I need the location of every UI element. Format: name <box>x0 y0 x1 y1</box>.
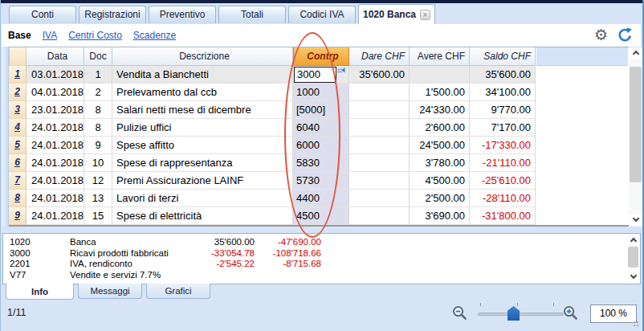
bottom-tab-grafici[interactable]: Grafici <box>146 284 210 299</box>
row-number[interactable]: 4 <box>9 119 26 137</box>
active-cell-editor[interactable]: 3000 <box>294 67 336 83</box>
header-dare-chf[interactable]: Dare CHF <box>349 47 410 66</box>
cell-contrp[interactable]: 6000 <box>293 137 349 154</box>
cell-doc[interactable]: 2 <box>84 84 112 101</box>
resize-grip[interactable] <box>631 319 638 326</box>
view-link-iva[interactable]: IVA <box>43 30 57 41</box>
header-data[interactable]: Data <box>26 47 84 66</box>
table-row[interactable]: 924.01.201815Spese di elettricità45003'6… <box>9 207 536 225</box>
cell-avere[interactable]: 2'600.00 <box>410 119 470 137</box>
cell-dare[interactable] <box>349 119 410 137</box>
header-avere-chf[interactable]: Avere CHF <box>410 47 470 66</box>
cell-contrp[interactable]: 4400 <box>293 190 349 207</box>
header-contrp[interactable]: Contrp <box>293 47 349 66</box>
cell-descrizione[interactable]: Prelevamento dal ccb <box>112 84 293 101</box>
cell-contrp[interactable]: 6040 <box>293 119 349 137</box>
table-row[interactable]: 824.01.201813Lavori di terzi44002'500.00… <box>9 190 536 207</box>
cell-avere[interactable]: 24'330.00 <box>410 101 470 119</box>
cell-data[interactable]: 24.01.2018 <box>26 119 84 137</box>
cell-data[interactable]: 04.01.2018 <box>26 84 84 101</box>
table-row[interactable]: 204.01.20182Prelevamento dal ccb10001'50… <box>9 84 536 101</box>
cell-avere[interactable] <box>410 66 470 84</box>
tab-preventivo[interactable]: Preventivo <box>149 6 216 23</box>
tab-registrazioni[interactable]: Registrazioni <box>79 6 146 23</box>
cell-doc[interactable]: 10 <box>84 154 112 172</box>
cell-dare[interactable] <box>349 207 410 225</box>
table-vertical-scrollbar[interactable] <box>629 47 642 227</box>
row-number[interactable]: 2 <box>9 84 26 101</box>
cell-avere[interactable]: 3'690.00 <box>410 207 470 225</box>
view-link-scadenze[interactable]: Scadenze <box>133 30 176 41</box>
gear-icon[interactable]: ⚙ <box>594 27 608 43</box>
cell-doc[interactable]: 13 <box>84 190 112 207</box>
cell-saldo[interactable]: -28'110.00 <box>470 190 536 207</box>
zoom-slider-handle[interactable] <box>507 306 520 321</box>
table-row[interactable]: 724.01.201812Premi Assicurazione LAINF57… <box>9 172 536 190</box>
tab-totali[interactable]: Totali <box>218 6 286 23</box>
cell-dare[interactable] <box>349 190 410 207</box>
cell-saldo[interactable]: -31'800.00 <box>470 207 536 225</box>
cell-avere[interactable]: 2'500.00 <box>410 190 470 207</box>
scroll-down-icon[interactable] <box>627 271 639 283</box>
cell-saldo[interactable]: 9'770.00 <box>470 101 536 119</box>
cell-dare[interactable] <box>349 84 410 101</box>
cell-contrp[interactable]: 3000 <box>293 66 349 84</box>
cell-contrp[interactable]: 4500 <box>293 207 349 225</box>
zoom-in-icon[interactable] <box>562 304 579 321</box>
cell-descrizione[interactable]: Spese di elettricità <box>112 207 293 225</box>
header-doc[interactable]: Doc <box>84 47 112 66</box>
scrollbar-thumb[interactable] <box>630 67 642 182</box>
cell-saldo[interactable]: -17'330.00 <box>470 137 536 154</box>
cell-doc[interactable]: 8 <box>84 119 112 137</box>
table-row[interactable]: 103.01.20181Vendita a Bianchetti300035'6… <box>9 66 536 84</box>
row-number[interactable]: 8 <box>9 190 26 207</box>
cell-dare[interactable] <box>349 137 410 154</box>
row-number[interactable]: 7 <box>9 172 26 190</box>
cell-data[interactable]: 23.01.2018 <box>26 101 84 119</box>
cell-saldo[interactable]: -21'110.00 <box>470 154 536 172</box>
cell-descrizione[interactable]: Salari netti mese di dicembre <box>112 101 293 119</box>
cell-data[interactable]: 24.01.2018 <box>26 190 84 207</box>
tab-conti[interactable]: Conti <box>9 6 76 23</box>
scroll-up-icon[interactable] <box>627 235 639 247</box>
cell-saldo[interactable]: -25'610.00 <box>470 172 536 190</box>
cell-doc[interactable]: 15 <box>84 207 112 225</box>
cell-doc[interactable]: 9 <box>84 137 112 154</box>
cell-descrizione[interactable]: Spese affitto <box>112 137 293 154</box>
cell-descrizione[interactable]: Spese di rappresentanza <box>112 154 293 172</box>
header-row-number[interactable] <box>9 47 26 66</box>
scrollbar-thumb[interactable] <box>628 247 638 268</box>
cell-descrizione[interactable]: Vendita a Bianchetti <box>112 66 293 84</box>
header-saldo-chf[interactable]: Saldo CHF <box>470 47 536 66</box>
view-link-centri-costo[interactable]: Centri Costo <box>68 30 122 41</box>
cell-doc[interactable]: 8 <box>84 101 112 119</box>
cell-avere[interactable]: 24'500.00 <box>410 137 470 154</box>
cell-saldo[interactable]: 35'600.00 <box>470 66 536 84</box>
cell-contrp[interactable]: 5730 <box>293 172 349 190</box>
cell-data[interactable]: 24.01.2018 <box>26 207 84 225</box>
extract-rows-icon[interactable] <box>336 67 346 76</box>
row-number[interactable]: 6 <box>9 154 26 172</box>
cell-doc[interactable]: 1 <box>84 66 112 84</box>
cell-contrp[interactable]: 5830 <box>293 154 349 172</box>
row-number[interactable]: 5 <box>9 137 26 154</box>
scroll-down-icon[interactable] <box>629 214 642 226</box>
row-number[interactable]: 1 <box>9 66 26 84</box>
view-base-label[interactable]: Base <box>8 30 31 41</box>
close-icon[interactable]: × <box>420 10 430 20</box>
cell-descrizione[interactable]: Pulizie uffici <box>112 119 293 137</box>
zoom-slider-track[interactable] <box>478 313 564 316</box>
tab-1020-banca[interactable]: 1020 Banca× <box>358 4 435 24</box>
header-descrizione[interactable]: Descrizione <box>112 47 293 66</box>
table-row[interactable]: 624.01.201810Spese di rappresentanza5830… <box>9 154 536 172</box>
cell-dare[interactable] <box>349 154 410 172</box>
cell-descrizione[interactable]: Lavori di terzi <box>112 190 293 207</box>
cell-saldo[interactable]: 7'170.00 <box>470 119 536 137</box>
zoom-percent-field[interactable]: 100 % <box>590 304 637 323</box>
cell-contrp[interactable]: [5000] <box>293 101 349 119</box>
bottom-tab-messaggi[interactable]: Messaggi <box>78 284 142 299</box>
table-row[interactable]: 424.01.20188Pulizie uffici60402'600.007'… <box>9 119 536 137</box>
cell-doc[interactable]: 12 <box>84 172 112 190</box>
cell-avere[interactable]: 4'500.00 <box>410 172 470 190</box>
refresh-icon[interactable] <box>617 27 633 43</box>
